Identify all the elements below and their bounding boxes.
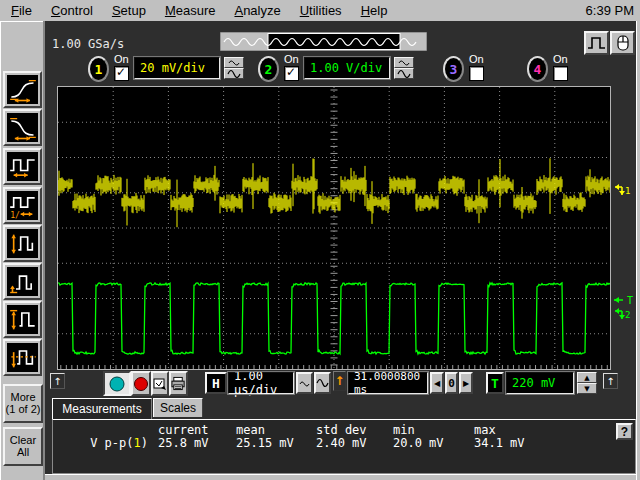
measure-vmin-button[interactable] bbox=[3, 263, 42, 300]
v-pp-icon bbox=[7, 229, 38, 258]
menu-help[interactable]: Help bbox=[359, 2, 396, 19]
trigger-level-down-button[interactable]: ▼ bbox=[577, 383, 597, 394]
mouse-mode-button[interactable] bbox=[610, 31, 635, 55]
position-left-button[interactable]: ◀ bbox=[430, 372, 444, 394]
measure-vpp-button[interactable] bbox=[3, 225, 42, 262]
tab-scales[interactable]: Scales bbox=[153, 398, 203, 417]
channel-4-badge[interactable]: 4 bbox=[527, 56, 548, 82]
channel-1-scale-spinner bbox=[224, 57, 244, 79]
menu-file[interactable]: File bbox=[9, 2, 40, 19]
tab-measurements[interactable]: Measurements bbox=[52, 398, 152, 419]
print-button[interactable] bbox=[169, 371, 188, 396]
fall-time-icon bbox=[7, 113, 38, 142]
measurement-std-dev: 2.40 mV bbox=[316, 437, 393, 450]
channel-1-scale-up-button[interactable] bbox=[224, 57, 244, 68]
channel-3-on-checkbox[interactable] bbox=[469, 66, 484, 81]
left-arrow-icon: ◀ bbox=[434, 379, 440, 388]
pulse-icon bbox=[587, 35, 606, 51]
menu-utilities[interactable]: Utilities bbox=[298, 2, 350, 19]
spin-down-icon: ▼ bbox=[584, 385, 589, 393]
channel-4-on-group: On bbox=[553, 54, 575, 81]
channel-3-on-group: On bbox=[469, 54, 491, 81]
svg-text:1/: 1/ bbox=[10, 209, 20, 218]
printer-icon bbox=[171, 376, 186, 391]
channel-2-scale-up-button[interactable] bbox=[394, 57, 414, 68]
pulse-mode-button[interactable] bbox=[584, 31, 609, 55]
v-min-icon bbox=[7, 267, 38, 296]
acquisition-preview-bar[interactable] bbox=[220, 32, 427, 51]
channel-1-scale-display[interactable]: 20 mV/div bbox=[134, 57, 220, 79]
measure-frequency-button[interactable]: 1/ bbox=[3, 187, 42, 224]
trigger-position-button[interactable]: ↑ bbox=[333, 371, 346, 391]
channel-1-badge[interactable]: 1 bbox=[88, 56, 109, 82]
trace-markers: 1 T 2 bbox=[611, 86, 639, 368]
frequency-icon: 1/ bbox=[7, 191, 38, 220]
right-arrow-icon: ▶ bbox=[463, 379, 469, 388]
clear-all-button[interactable]: Clear All bbox=[3, 427, 43, 466]
trigger-button[interactable]: T bbox=[486, 372, 504, 394]
timebase-zoom-in-button[interactable] bbox=[314, 372, 331, 394]
measurement-row-label[interactable]: V p-p(1) bbox=[53, 437, 158, 450]
measurement-max: 34.1 mV bbox=[474, 437, 635, 450]
bottom-chrome-strip bbox=[45, 474, 640, 480]
timebase-zoom-out-button[interactable] bbox=[296, 372, 313, 394]
channel-2-on-checkbox[interactable]: ✓ bbox=[284, 66, 299, 81]
horizontal-scale-display[interactable]: 1.00 µs/div bbox=[228, 372, 294, 394]
channel-2-scale-display[interactable]: 1.00 V/div bbox=[304, 57, 390, 79]
channel-4-on-checkbox[interactable] bbox=[553, 66, 568, 81]
measurement-min: 20.0 mV bbox=[393, 437, 474, 450]
measure-toolbar: 1/ More (1 of 2) Clear bbox=[0, 21, 46, 480]
trigger-level-marker[interactable]: T bbox=[614, 295, 633, 306]
scroll-up-left-button[interactable]: ↑ bbox=[50, 373, 65, 389]
channel-1-scale-down-button[interactable] bbox=[224, 68, 244, 79]
trigger-level-up-button[interactable]: ▲ bbox=[577, 372, 597, 383]
menu-setup[interactable]: Setup bbox=[110, 2, 154, 19]
menu-analyze[interactable]: Analyze bbox=[232, 2, 288, 19]
horizontal-button[interactable]: H bbox=[205, 372, 227, 394]
v-avg-icon bbox=[7, 343, 38, 372]
channel-2-badge[interactable]: 2 bbox=[258, 56, 279, 82]
trigger-level-spinner: ▲ ▼ bbox=[577, 372, 597, 394]
measure-vmax-button[interactable] bbox=[3, 301, 42, 338]
run-icon bbox=[108, 375, 126, 393]
horizontal-position-display[interactable]: 31.0000800 ms bbox=[348, 372, 428, 394]
more-measurements-button[interactable]: More (1 of 2) bbox=[3, 384, 43, 423]
up-arrow-icon: ↑ bbox=[606, 376, 614, 387]
run-button[interactable] bbox=[103, 371, 131, 396]
stop-button[interactable] bbox=[131, 371, 151, 396]
channel-3-badge[interactable]: 3 bbox=[443, 56, 464, 82]
measure-rise-time-button[interactable] bbox=[3, 71, 42, 108]
measurement-current: 25.8 mV bbox=[158, 437, 236, 450]
measure-vavg-button[interactable] bbox=[3, 339, 42, 376]
export-image-button[interactable] bbox=[151, 371, 169, 396]
svg-text:1: 1 bbox=[625, 186, 630, 196]
measure-period-button[interactable] bbox=[3, 148, 42, 185]
v-max-icon bbox=[7, 305, 38, 334]
large-wave-icon bbox=[316, 378, 329, 388]
measurements-table: current mean std dev min max V p-p(1) 25… bbox=[53, 420, 635, 450]
trigger-level-display[interactable]: 220 mV bbox=[506, 372, 574, 394]
waveform-display[interactable] bbox=[57, 86, 611, 370]
channel-2-ground-marker[interactable]: 2 bbox=[615, 308, 630, 320]
measure-fall-time-button[interactable] bbox=[3, 109, 42, 146]
menu-measure[interactable]: Measure bbox=[163, 2, 224, 19]
menu-control[interactable]: Control bbox=[49, 2, 101, 19]
channel-1-ground-marker[interactable]: 1 bbox=[615, 184, 630, 196]
svg-text:2: 2 bbox=[625, 310, 630, 320]
channel-2-scale-spinner bbox=[394, 57, 414, 79]
position-zero-button[interactable]: 0 bbox=[445, 372, 458, 394]
svg-text:T: T bbox=[627, 295, 633, 306]
period-icon bbox=[7, 152, 38, 181]
measurement-mean: 25.15 mV bbox=[236, 437, 316, 450]
right-chrome-strip bbox=[636, 21, 640, 480]
position-right-button[interactable]: ▶ bbox=[459, 372, 473, 394]
stop-icon bbox=[133, 376, 149, 392]
channel-2-scale-down-button[interactable] bbox=[394, 68, 414, 79]
menu-bar: File Control Setup Measure Analyze Utili… bbox=[0, 0, 640, 22]
help-button[interactable]: ? bbox=[616, 423, 633, 440]
scroll-up-right-button[interactable]: ↑ bbox=[603, 373, 618, 389]
measurements-panel: current mean std dev min max V p-p(1) 25… bbox=[52, 419, 636, 474]
clock: 6:39 PM bbox=[586, 3, 634, 18]
channel-1-on-group: On ✓ bbox=[114, 54, 136, 81]
channel-1-on-checkbox[interactable]: ✓ bbox=[114, 66, 129, 81]
